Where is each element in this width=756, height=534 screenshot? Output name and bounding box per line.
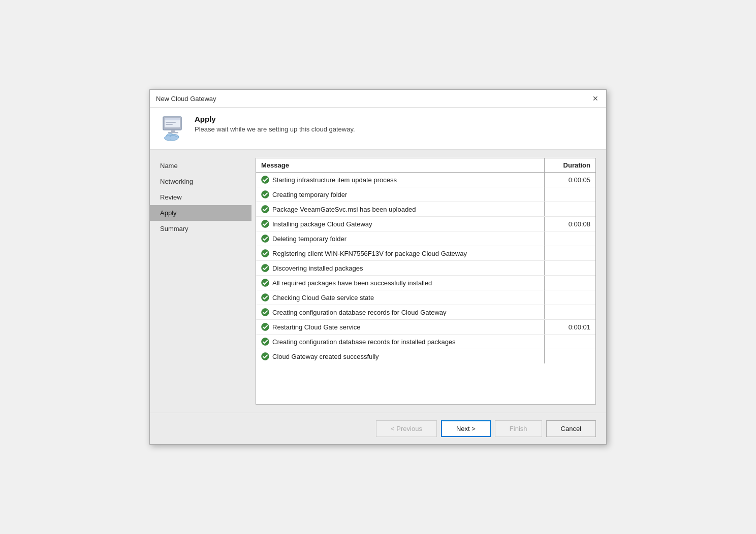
main-content: Message Duration Starting infrastructure… xyxy=(251,150,606,413)
log-message-text: Installing package Cloud Gateway xyxy=(272,220,372,228)
log-duration-cell xyxy=(545,206,595,212)
success-icon xyxy=(261,308,269,316)
log-message-cell: Package VeeamGateSvc.msi has been upload… xyxy=(256,202,545,216)
log-empty-area xyxy=(256,363,595,404)
sidebar-item-name: Name xyxy=(150,158,251,174)
log-message-cell: Creating temporary folder xyxy=(256,187,545,202)
log-duration-cell xyxy=(545,280,595,286)
log-message-cell: Restarting Cloud Gate service xyxy=(256,320,545,334)
success-icon xyxy=(261,338,269,346)
success-icon xyxy=(261,205,269,213)
log-duration-cell xyxy=(545,339,595,345)
log-message-cell: Checking Cloud Gate service state xyxy=(256,290,545,305)
log-message-cell: Starting infrastructure item update proc… xyxy=(256,173,545,187)
log-message-cell: Creating configuration database records … xyxy=(256,335,545,349)
finish-button[interactable]: Finish xyxy=(495,420,542,437)
log-duration-cell xyxy=(545,294,595,301)
header-text: Apply Please wait while we are setting u… xyxy=(195,115,355,133)
svg-point-20 xyxy=(262,294,269,302)
log-row: Installing package Cloud Gateway0:00:08 xyxy=(256,217,595,231)
svg-point-19 xyxy=(262,279,269,287)
dialog-title: New Cloud Gateway xyxy=(156,95,216,103)
log-message-text: Registering client WIN-KFN7556F13V for p… xyxy=(272,250,467,257)
dialog: New Cloud Gateway ✕ xyxy=(149,89,607,445)
success-icon xyxy=(261,190,269,198)
log-table: Message Duration Starting infrastructure… xyxy=(256,158,596,405)
log-message-cell: Registering client WIN-KFN7556F13V for p… xyxy=(256,246,545,260)
svg-point-18 xyxy=(262,264,269,272)
close-button[interactable]: ✕ xyxy=(591,94,600,103)
previous-button[interactable]: < Previous xyxy=(376,420,437,437)
log-message-text: Discovering installed packages xyxy=(272,264,363,272)
sidebar-item-summary: Summary xyxy=(150,221,251,237)
log-row: Creating configuration database records … xyxy=(256,305,595,320)
log-table-header: Message Duration xyxy=(256,158,595,173)
log-row: Restarting Cloud Gate service0:00:01 xyxy=(256,320,595,335)
log-duration-cell xyxy=(545,353,595,359)
cancel-button[interactable]: Cancel xyxy=(546,420,596,437)
log-duration-cell xyxy=(545,265,595,271)
log-row: All required packages have been successf… xyxy=(256,276,595,290)
log-message-text: All required packages have been successf… xyxy=(272,279,432,287)
log-row: Starting infrastructure item update proc… xyxy=(256,173,595,187)
svg-point-15 xyxy=(262,220,269,228)
log-message-text: Creating temporary folder xyxy=(272,191,347,198)
success-icon xyxy=(261,293,269,302)
svg-point-12 xyxy=(262,176,269,184)
log-row: Discovering installed packages xyxy=(256,261,595,276)
log-duration-cell: 0:00:08 xyxy=(545,217,595,231)
svg-point-13 xyxy=(262,191,269,198)
next-button[interactable]: Next > xyxy=(441,420,491,437)
log-duration-cell xyxy=(545,236,595,242)
sidebar-item-networking: Networking xyxy=(150,174,251,189)
success-icon xyxy=(261,264,269,272)
svg-point-17 xyxy=(262,250,269,257)
col-duration-header: Duration xyxy=(545,158,595,172)
log-duration-cell xyxy=(545,191,595,197)
svg-point-23 xyxy=(262,338,269,346)
log-message-text: Creating configuration database records … xyxy=(272,338,456,346)
svg-rect-3 xyxy=(166,122,176,123)
sidebar-item-review: Review xyxy=(150,189,251,205)
sidebar-item-apply: Apply xyxy=(150,205,251,221)
log-message-cell: All required packages have been successf… xyxy=(256,276,545,290)
log-message-text: Restarting Cloud Gate service xyxy=(272,323,360,331)
log-row: Deleting temporary folder xyxy=(256,231,595,246)
log-message-cell: Cloud Gateway created successfully xyxy=(256,349,545,363)
log-row: Registering client WIN-KFN7556F13V for p… xyxy=(256,246,595,261)
svg-point-24 xyxy=(262,353,269,360)
svg-rect-6 xyxy=(168,132,178,134)
content-area: Name Networking Review Apply Summary Mes… xyxy=(150,150,606,413)
svg-point-22 xyxy=(262,323,269,331)
log-message-text: Checking Cloud Gate service state xyxy=(272,294,374,302)
success-icon xyxy=(261,220,269,228)
success-icon xyxy=(261,176,269,184)
step-icon xyxy=(160,115,186,141)
success-icon xyxy=(261,352,269,360)
success-icon xyxy=(261,235,269,243)
log-message-text: Starting infrastructure item update proc… xyxy=(272,176,397,184)
log-row: Cloud Gateway created successfully xyxy=(256,349,595,363)
svg-rect-5 xyxy=(171,130,175,132)
log-message-cell: Creating configuration database records … xyxy=(256,305,545,319)
svg-rect-11 xyxy=(164,137,178,139)
log-duration-cell xyxy=(545,250,595,256)
log-row: Checking Cloud Gate service state xyxy=(256,290,595,305)
log-message-text: Package VeeamGateSvc.msi has been upload… xyxy=(272,206,416,213)
log-row: Package VeeamGateSvc.msi has been upload… xyxy=(256,202,595,217)
log-rows-container: Starting infrastructure item update proc… xyxy=(256,173,595,363)
log-message-cell: Discovering installed packages xyxy=(256,261,545,275)
svg-point-16 xyxy=(262,235,269,243)
header-area: Apply Please wait while we are setting u… xyxy=(150,108,606,150)
log-message-cell: Deleting temporary folder xyxy=(256,231,545,246)
svg-point-21 xyxy=(262,309,269,316)
svg-rect-4 xyxy=(166,124,173,125)
log-message-text: Cloud Gateway created successfully xyxy=(272,353,379,360)
svg-rect-2 xyxy=(165,118,180,120)
log-message-cell: Installing package Cloud Gateway xyxy=(256,217,545,231)
log-row: Creating configuration database records … xyxy=(256,335,595,349)
success-icon xyxy=(261,323,269,331)
log-message-text: Deleting temporary folder xyxy=(272,235,346,243)
sidebar: Name Networking Review Apply Summary xyxy=(150,150,251,413)
log-duration-cell xyxy=(545,309,595,315)
